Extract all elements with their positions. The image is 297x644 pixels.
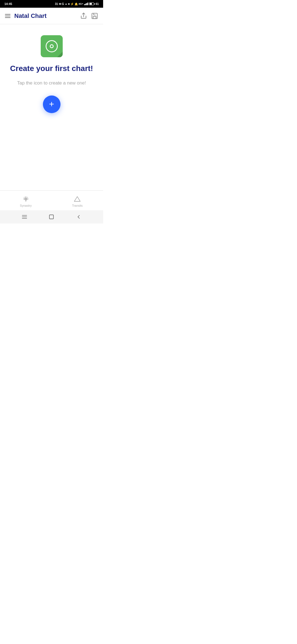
app-icon-wrapper [41,35,63,57]
system-navigation-bar [0,210,103,223]
network-status: 4G+ [79,2,83,5]
battery-percent: 61 [96,2,99,6]
app-icon [41,35,63,57]
app-icon-circle [46,40,58,52]
bluetooth-status-icon: ⚡ [70,2,74,6]
svg-rect-12 [50,215,54,219]
drive-status-icon: ▲ [65,2,67,5]
system-menu-button[interactable] [21,214,28,220]
transits-label: Transits [72,204,83,207]
svg-line-6 [24,197,24,198]
page-title: Natal Chart [14,12,46,20]
plus-icon: + [49,100,54,108]
svg-rect-2 [93,17,96,19]
main-content: Create your first chart! Tap the icon to… [0,24,103,190]
svg-rect-1 [92,13,97,19]
menu-button[interactable] [5,14,10,18]
fab-container: + [43,95,61,113]
status-time: 14:45 [4,2,12,6]
app-icon-inner-circle [50,44,54,48]
header-left: Natal Chart [5,12,46,20]
bottom-navigation: Synastry Transits [0,190,103,210]
calendar-status-icon: 31 [55,2,58,6]
empty-state-subtext: Tap the icon to create a new one! [17,80,86,86]
svg-marker-8 [74,197,80,201]
share-button[interactable] [80,12,87,20]
notification-dot [68,3,70,5]
app-header: Natal Chart [0,8,103,24]
svg-line-7 [27,197,28,198]
battery-icon [89,2,95,5]
g-status-icon: G [62,2,64,6]
hamburger-line-1 [5,14,10,15]
nav-item-transits[interactable]: Transits [66,195,88,207]
header-actions [80,12,98,20]
status-bar: 14:45 31 ✉ G ▲ ⚡ 🔔 4G+ 61 [0,0,103,8]
synastry-label: Synastry [20,204,32,207]
hamburger-line-2 [5,16,10,16]
status-icons: 31 ✉ G ▲ ⚡ 🔔 4G+ 61 [55,2,99,6]
save-button[interactable] [91,12,98,20]
system-home-button[interactable] [48,214,54,220]
nav-item-synastry[interactable]: Synastry [15,195,37,207]
system-back-button[interactable] [76,214,82,220]
mail-status-icon: ✉ [59,2,61,6]
synastry-icon [22,195,29,203]
empty-state-headline: Create your first chart! [10,64,93,73]
signal-bars [84,2,88,5]
bell-status-icon: 🔔 [75,2,78,6]
transits-icon [74,195,81,203]
hamburger-line-3 [5,17,10,18]
create-chart-button[interactable]: + [43,95,61,113]
